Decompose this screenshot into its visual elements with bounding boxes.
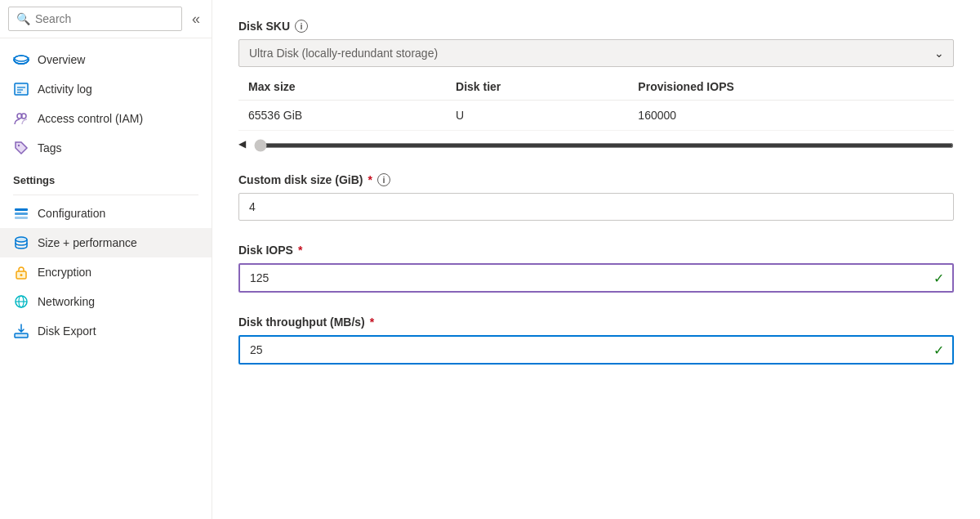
sidebar-item-overview[interactable]: Overview [0,45,212,74]
disk-throughput-input-wrapper: ✓ [238,335,954,365]
nav-items: Overview Activity log [0,38,212,519]
encryption-icon [13,264,29,280]
disk-throughput-input[interactable] [238,335,954,365]
col-max-size: Max size [238,74,446,101]
sidebar-item-activity-log[interactable]: Activity log [0,74,212,104]
disk-sku-dropdown-wrapper: Ultra Disk (locally-redundant storage) P… [238,39,954,67]
disk-iops-input-wrapper: ✓ [238,263,954,293]
access-control-icon [13,110,29,127]
sidebar-item-encryption[interactable]: Encryption [0,257,212,287]
cell-max-size: 65536 GiB [238,101,446,131]
disk-sku-label: Disk SKU i [238,20,954,33]
sidebar-item-disk-export[interactable]: Disk Export [0,316,212,346]
sidebar-item-configuration[interactable]: Configuration [0,199,212,228]
main-content: Disk SKU i Ultra Disk (locally-redundant… [212,0,980,519]
custom-disk-size-section: Custom disk size (GiB) * i [238,173,954,221]
disk-table: Max size Disk tier Provisioned IOPS 6553… [238,74,954,131]
overview-icon [13,51,29,68]
custom-disk-size-input[interactable] [238,193,954,221]
collapse-button[interactable]: « [189,7,203,31]
disk-size-slider[interactable] [254,143,954,148]
sidebar-item-networking[interactable]: Networking [0,287,212,316]
encryption-label: Encryption [38,266,91,279]
settings-section-label: Settings [0,163,212,191]
svg-point-12 [16,237,27,242]
disk-sku-section: Disk SKU i Ultra Disk (locally-redundant… [238,20,954,150]
svg-rect-2 [15,83,28,95]
configuration-icon [13,205,29,221]
col-disk-tier: Disk tier [446,74,628,101]
size-performance-label: Size + performance [38,236,137,249]
col-provisioned-iops: Provisioned IOPS [628,74,954,101]
disk-size-slider-row: ◀ [238,131,954,150]
cell-provisioned-iops: 160000 [628,101,954,131]
disk-throughput-check-icon: ✓ [933,342,944,358]
activity-log-icon [13,81,29,97]
disk-throughput-required: * [370,315,374,329]
disk-throughput-label: Disk throughput (MB/s) * [238,315,954,329]
disk-iops-required: * [298,244,302,257]
svg-rect-10 [15,213,28,215]
tags-label: Tags [38,141,62,154]
slider-container: ◀ [238,137,954,150]
svg-rect-11 [15,217,28,219]
disk-sku-select[interactable]: Ultra Disk (locally-redundant storage) P… [238,39,954,67]
disk-iops-label: Disk IOPS * [238,244,954,257]
disk-throughput-section: Disk throughput (MB/s) * ✓ [238,315,954,365]
svg-rect-18 [15,333,28,338]
custom-disk-size-info-icon[interactable]: i [377,173,390,186]
search-bar: 🔍 « [0,0,212,38]
disk-sku-info-icon[interactable]: i [295,20,308,33]
svg-point-8 [18,145,20,146]
sidebar-item-access-control[interactable]: Access control (IAM) [0,104,212,133]
overview-label: Overview [38,53,85,66]
size-performance-icon [13,235,29,251]
disk-export-label: Disk Export [38,324,96,338]
networking-icon [13,293,29,310]
svg-point-14 [20,274,23,276]
search-icon: 🔍 [16,12,30,25]
svg-rect-9 [15,208,28,211]
cell-disk-tier: U [446,101,628,131]
disk-iops-section: Disk IOPS * ✓ [238,244,954,293]
custom-disk-size-label: Custom disk size (GiB) * i [238,173,954,186]
settings-divider [13,195,198,195]
sidebar: 🔍 « Overview [0,0,212,519]
tags-icon [13,140,29,156]
custom-disk-size-required: * [368,173,372,186]
disk-export-icon [13,323,29,339]
access-control-label: Access control (IAM) [38,112,143,125]
sidebar-item-tags[interactable]: Tags [0,133,212,163]
search-input[interactable] [8,7,182,31]
configuration-label: Configuration [38,207,105,220]
networking-label: Networking [38,295,95,308]
activity-log-label: Activity log [38,83,92,96]
disk-iops-check-icon: ✓ [933,271,944,286]
table-row: 65536 GiB U 160000 [238,101,954,131]
disk-iops-input[interactable] [238,263,954,293]
slider-left-arrow-icon[interactable]: ◀ [238,138,246,150]
sidebar-item-size-performance[interactable]: Size + performance [0,228,212,257]
